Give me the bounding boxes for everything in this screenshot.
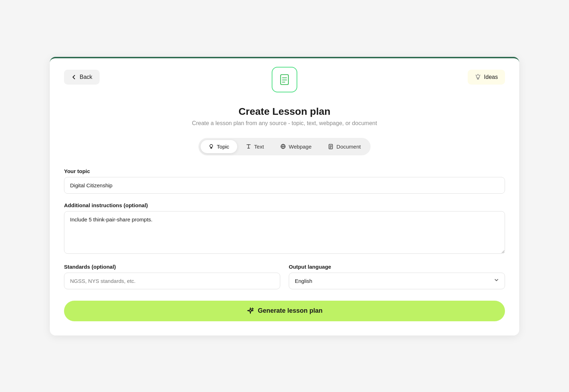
ideas-label: Ideas bbox=[484, 74, 498, 80]
document-icon-box bbox=[272, 67, 297, 92]
lesson-plan-icon bbox=[278, 73, 291, 86]
svg-line-6 bbox=[480, 75, 480, 75]
top-bar: Back Ideas bbox=[64, 70, 505, 85]
ideas-button[interactable]: Ideas bbox=[468, 70, 505, 85]
page-subtitle: Create a lesson plan from any source - t… bbox=[64, 120, 505, 127]
page-title-section: Create Lesson plan Create a lesson plan … bbox=[64, 106, 505, 127]
globe-icon bbox=[280, 144, 286, 149]
tab-text-label: Text bbox=[254, 144, 264, 150]
language-select[interactable]: English Spanish French German Portuguese… bbox=[289, 273, 505, 289]
language-label: Output language bbox=[289, 264, 505, 270]
language-select-wrapper: English Spanish French German Portuguese… bbox=[289, 273, 505, 289]
tab-bar: Topic Text Webpage bbox=[198, 138, 371, 155]
center-icon-wrapper bbox=[272, 67, 297, 92]
tab-document[interactable]: Document bbox=[320, 140, 368, 153]
tab-webpage-label: Webpage bbox=[289, 144, 312, 150]
topic-lightbulb-icon bbox=[208, 144, 214, 149]
tab-document-label: Document bbox=[336, 144, 361, 150]
generate-label: Generate lesson plan bbox=[258, 307, 323, 315]
tab-text[interactable]: Text bbox=[238, 140, 272, 153]
instructions-field-group: Additional instructions (optional) Inclu… bbox=[64, 202, 505, 255]
standards-input[interactable] bbox=[64, 273, 280, 289]
instructions-textarea[interactable]: Include 5 think-pair-share prompts. bbox=[64, 211, 505, 254]
tab-topic-label: Topic bbox=[217, 144, 229, 150]
tab-topic[interactable]: Topic bbox=[201, 140, 237, 153]
generate-button[interactable]: Generate lesson plan bbox=[64, 301, 505, 321]
topic-input[interactable] bbox=[64, 177, 505, 194]
language-field-group: Output language English Spanish French G… bbox=[289, 264, 505, 289]
back-button[interactable]: Back bbox=[64, 70, 100, 85]
svg-point-4 bbox=[476, 75, 479, 78]
back-arrow-icon bbox=[71, 74, 77, 80]
lightbulb-icon bbox=[475, 74, 481, 80]
form-section: Your topic Additional instructions (opti… bbox=[64, 168, 505, 321]
text-icon bbox=[246, 144, 251, 149]
two-col-row: Standards (optional) Output language Eng… bbox=[64, 264, 505, 289]
svg-point-8 bbox=[210, 145, 213, 147]
topic-label: Your topic bbox=[64, 168, 505, 174]
standards-field-group: Standards (optional) bbox=[64, 264, 280, 289]
back-label: Back bbox=[80, 74, 92, 80]
topic-field-group: Your topic bbox=[64, 168, 505, 194]
standards-label: Standards (optional) bbox=[64, 264, 280, 270]
svg-line-7 bbox=[476, 75, 476, 75]
sparkle-icon bbox=[246, 307, 254, 315]
document-tab-icon bbox=[328, 144, 334, 149]
tab-webpage[interactable]: Webpage bbox=[272, 140, 319, 153]
main-container: Back Ideas Create bbox=[50, 57, 519, 335]
tab-group: Topic Text Webpage bbox=[64, 138, 505, 155]
page-title: Create Lesson plan bbox=[64, 106, 505, 117]
instructions-label: Additional instructions (optional) bbox=[64, 202, 505, 208]
